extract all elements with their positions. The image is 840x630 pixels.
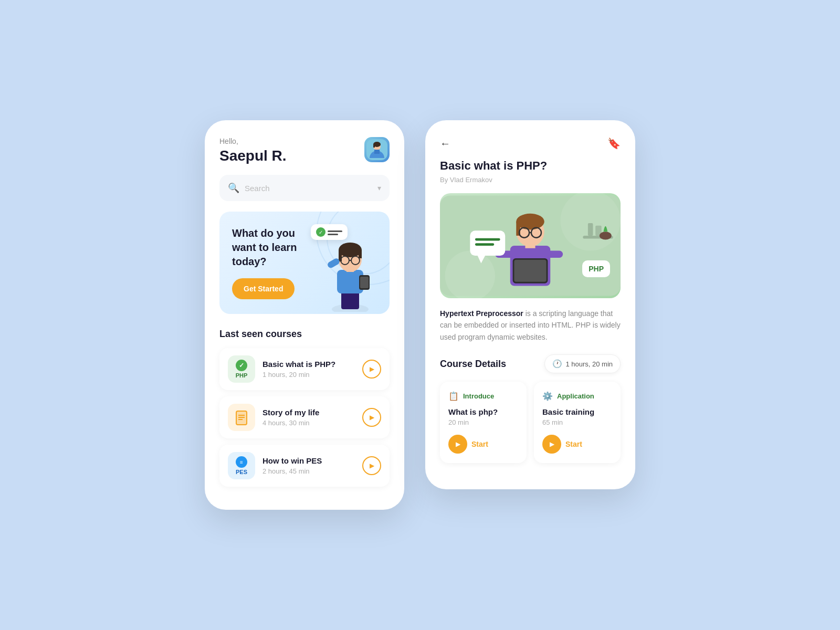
course-details-header: Course Details 🕐 1 hours, 20 min xyxy=(440,354,621,373)
get-started-button[interactable]: Get Started xyxy=(232,278,295,299)
module-duration-application: 65 min xyxy=(542,418,612,426)
pes-icon-circle: ≡ xyxy=(236,456,247,468)
svg-rect-16 xyxy=(327,257,341,269)
avatar[interactable] xyxy=(364,137,390,162)
total-time-text: 1 hours, 20 min xyxy=(565,360,613,368)
last-seen-label: Last seen courses xyxy=(219,329,390,340)
play-button-php[interactable]: ▶ xyxy=(362,360,381,379)
svg-rect-18 xyxy=(360,277,369,288)
course-name-story: Story of my life xyxy=(262,408,355,417)
course-hero-image: PHP xyxy=(440,193,621,298)
course-info-pes: How to win PES 2 hours, 45 min xyxy=(262,456,355,475)
module-type-application: ⚙️ Application xyxy=(542,391,612,401)
left-phone: Hello, Saepul R. 🔍 Search ▾ What do you … xyxy=(205,120,404,510)
module-card-introduce: 📋 Introduce What is php? 20 min ▶ Start xyxy=(440,382,527,463)
bookmark-button[interactable]: 🔖 xyxy=(607,137,621,150)
description-bold: Hypertext Preprocessor xyxy=(440,309,523,318)
module-card-application: ⚙️ Application Basic training 65 min ▶ S… xyxy=(534,382,621,463)
php-label: PHP xyxy=(236,372,248,379)
course-card-php[interactable]: ✓ PHP Basic what is PHP? 1 hours, 20 min… xyxy=(219,348,390,390)
start-button-application[interactable]: ▶ Start xyxy=(542,435,612,454)
avatar-image xyxy=(364,137,390,162)
play-button-story[interactable]: ▶ xyxy=(362,408,381,427)
start-circle-introduce: ▶ xyxy=(448,435,467,454)
course-card-story[interactable]: Story of my life 4 hours, 30 min ▶ xyxy=(219,396,390,438)
play-button-pes[interactable]: ▶ xyxy=(362,456,381,475)
course-duration-pes: 2 hours, 45 min xyxy=(262,467,355,475)
course-author: By Vlad Ermakov xyxy=(440,176,621,184)
course-name-php: Basic what is PHP? xyxy=(262,360,355,369)
modules-grid: 📋 Introduce What is php? 20 min ▶ Start … xyxy=(440,382,621,463)
start-circle-application: ▶ xyxy=(542,435,561,454)
svg-rect-12 xyxy=(359,250,362,258)
hero-title: What do you want to learn today? xyxy=(232,226,312,269)
module-type-introduce: 📋 Introduce xyxy=(448,391,518,401)
course-name-pes: How to win PES xyxy=(262,456,355,465)
pes-label: PES xyxy=(236,469,247,475)
application-icon: ⚙️ xyxy=(542,391,553,401)
total-time-badge: 🕐 1 hours, 20 min xyxy=(544,354,621,373)
svg-rect-29 xyxy=(588,223,593,236)
php-check-icon: ✓ xyxy=(236,360,247,371)
svg-rect-43 xyxy=(514,260,546,282)
php-course-badge: PHP xyxy=(582,260,610,277)
svg-point-27 xyxy=(560,193,621,251)
introduce-icon: 📋 xyxy=(448,391,459,401)
svg-rect-2 xyxy=(374,150,380,154)
module-type-label-application: Application xyxy=(557,392,594,400)
course-info-story: Story of my life 4 hours, 30 min xyxy=(262,408,355,427)
course-icon-php: ✓ PHP xyxy=(228,355,255,383)
back-button[interactable]: ← xyxy=(440,138,450,150)
course-detail-title: Basic what is PHP? xyxy=(440,159,621,173)
course-card-pes[interactable]: ≡ PES How to win PES 2 hours, 45 min ▶ xyxy=(219,445,390,487)
right-phone: ← 🔖 Basic what is PHP? By Vlad Ermakov xyxy=(425,120,635,489)
course-details-section: Course Details 🕐 1 hours, 20 min 📋 Intro… xyxy=(440,354,621,463)
course-description: Hypertext Preprocessor is a scripting la… xyxy=(440,308,621,343)
detail-header: ← 🔖 xyxy=(440,137,621,150)
module-name-introduce: What is php? xyxy=(448,407,518,416)
module-type-label-introduce: Introduce xyxy=(463,392,494,400)
svg-point-10 xyxy=(339,243,362,257)
svg-rect-45 xyxy=(475,238,500,241)
clock-icon: 🕐 xyxy=(552,359,562,369)
search-input[interactable]: Search xyxy=(245,184,372,193)
course-duration-php: 1 hours, 20 min xyxy=(262,371,355,379)
course-details-title: Course Details xyxy=(440,359,506,370)
course-info-php: Basic what is PHP? 1 hours, 20 min xyxy=(262,360,355,379)
course-duration-story: 4 hours, 30 min xyxy=(262,419,355,427)
course-icon-pes: ≡ PES xyxy=(228,452,255,479)
svg-rect-41 xyxy=(545,251,563,258)
svg-rect-46 xyxy=(475,243,494,246)
hero-illustration xyxy=(316,228,384,314)
module-name-application: Basic training xyxy=(542,407,612,416)
module-duration-introduce: 20 min xyxy=(448,418,518,426)
start-label-application: Start xyxy=(565,440,582,448)
course-icon-story xyxy=(228,404,255,431)
svg-rect-4 xyxy=(373,144,375,148)
svg-point-31 xyxy=(600,232,612,239)
hero-banner: What do you want to learn today? Get Sta… xyxy=(219,212,390,314)
chevron-down-icon: ▾ xyxy=(377,184,381,192)
start-button-introduce[interactable]: ▶ Start xyxy=(448,435,518,454)
search-icon: 🔍 xyxy=(228,182,239,194)
start-label-introduce: Start xyxy=(471,440,488,448)
search-bar[interactable]: 🔍 Search ▾ xyxy=(219,175,390,201)
svg-point-35 xyxy=(516,214,544,230)
